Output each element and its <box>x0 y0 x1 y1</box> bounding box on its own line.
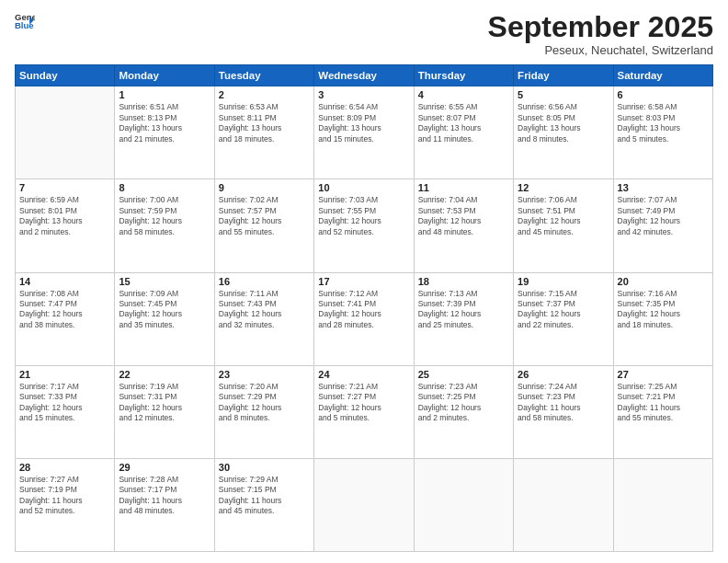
day-number: 22 <box>119 369 210 380</box>
day-detail: Sunrise: 7:21 AM Sunset: 7:27 PM Dayligh… <box>318 382 409 424</box>
day-detail: Sunrise: 7:09 AM Sunset: 7:45 PM Dayligh… <box>119 289 210 331</box>
day-detail: Sunrise: 7:16 AM Sunset: 7:35 PM Dayligh… <box>618 289 709 331</box>
day-number: 3 <box>318 89 409 100</box>
table-row <box>314 458 414 551</box>
calendar-header-row: Sunday Monday Tuesday Wednesday Thursday… <box>16 65 713 86</box>
day-number: 17 <box>318 276 409 287</box>
col-monday: Monday <box>115 65 214 86</box>
day-detail: Sunrise: 7:19 AM Sunset: 7:31 PM Dayligh… <box>119 382 210 424</box>
table-row: 9Sunrise: 7:02 AM Sunset: 7:57 PM Daylig… <box>214 179 313 272</box>
day-detail: Sunrise: 7:17 AM Sunset: 7:33 PM Dayligh… <box>19 382 110 424</box>
table-row <box>613 458 712 551</box>
day-detail: Sunrise: 7:04 AM Sunset: 7:53 PM Dayligh… <box>418 195 509 237</box>
day-detail: Sunrise: 7:12 AM Sunset: 7:41 PM Dayligh… <box>318 289 409 331</box>
day-number: 18 <box>418 276 509 287</box>
table-row: 16Sunrise: 7:11 AM Sunset: 7:43 PM Dayli… <box>214 272 313 365</box>
header: General Blue September 2025 Peseux, Neuc… <box>15 11 713 57</box>
day-number: 9 <box>219 182 310 193</box>
day-number: 12 <box>518 182 609 193</box>
day-detail: Sunrise: 7:03 AM Sunset: 7:55 PM Dayligh… <box>318 195 409 237</box>
day-detail: Sunrise: 7:29 AM Sunset: 7:15 PM Dayligh… <box>219 475 310 517</box>
calendar-week-row: 21Sunrise: 7:17 AM Sunset: 7:33 PM Dayli… <box>16 365 713 458</box>
logo: General Blue <box>15 11 37 31</box>
col-friday: Friday <box>514 65 613 86</box>
day-number: 4 <box>418 89 509 100</box>
day-detail: Sunrise: 6:59 AM Sunset: 8:01 PM Dayligh… <box>19 195 110 237</box>
day-number: 24 <box>318 369 409 380</box>
location: Peseux, Neuchatel, Switzerland <box>488 43 713 57</box>
col-thursday: Thursday <box>414 65 513 86</box>
day-number: 19 <box>518 276 609 287</box>
day-number: 27 <box>618 369 709 380</box>
col-tuesday: Tuesday <box>214 65 313 86</box>
day-detail: Sunrise: 7:06 AM Sunset: 7:51 PM Dayligh… <box>518 195 609 237</box>
day-number: 28 <box>19 462 110 473</box>
table-row: 22Sunrise: 7:19 AM Sunset: 7:31 PM Dayli… <box>115 365 214 458</box>
day-number: 13 <box>618 182 709 193</box>
day-detail: Sunrise: 7:08 AM Sunset: 7:47 PM Dayligh… <box>19 289 110 331</box>
logo-icon: General Blue <box>15 11 35 31</box>
calendar-week-row: 1Sunrise: 6:51 AM Sunset: 8:13 PM Daylig… <box>16 86 713 179</box>
table-row: 18Sunrise: 7:13 AM Sunset: 7:39 PM Dayli… <box>414 272 513 365</box>
table-row: 29Sunrise: 7:28 AM Sunset: 7:17 PM Dayli… <box>115 458 214 551</box>
day-detail: Sunrise: 7:28 AM Sunset: 7:17 PM Dayligh… <box>119 475 210 517</box>
calendar-table: Sunday Monday Tuesday Wednesday Thursday… <box>15 64 713 552</box>
table-row: 17Sunrise: 7:12 AM Sunset: 7:41 PM Dayli… <box>314 272 414 365</box>
day-number: 14 <box>19 276 110 287</box>
table-row <box>16 86 115 179</box>
table-row <box>414 458 513 551</box>
table-row: 15Sunrise: 7:09 AM Sunset: 7:45 PM Dayli… <box>115 272 214 365</box>
table-row: 3Sunrise: 6:54 AM Sunset: 8:09 PM Daylig… <box>314 86 414 179</box>
day-detail: Sunrise: 7:27 AM Sunset: 7:19 PM Dayligh… <box>19 475 110 517</box>
calendar-week-row: 7Sunrise: 6:59 AM Sunset: 8:01 PM Daylig… <box>16 179 713 272</box>
day-number: 29 <box>119 462 210 473</box>
day-number: 26 <box>518 369 609 380</box>
table-row: 11Sunrise: 7:04 AM Sunset: 7:53 PM Dayli… <box>414 179 513 272</box>
table-row: 8Sunrise: 7:00 AM Sunset: 7:59 PM Daylig… <box>115 179 214 272</box>
table-row: 6Sunrise: 6:58 AM Sunset: 8:03 PM Daylig… <box>613 86 712 179</box>
page: General Blue September 2025 Peseux, Neuc… <box>0 0 728 563</box>
day-detail: Sunrise: 7:15 AM Sunset: 7:37 PM Dayligh… <box>518 289 609 331</box>
day-number: 1 <box>119 89 210 100</box>
day-number: 7 <box>19 182 110 193</box>
day-number: 6 <box>618 89 709 100</box>
month-title: September 2025 <box>488 11 713 43</box>
day-detail: Sunrise: 7:20 AM Sunset: 7:29 PM Dayligh… <box>219 382 310 424</box>
table-row: 1Sunrise: 6:51 AM Sunset: 8:13 PM Daylig… <box>115 86 214 179</box>
day-detail: Sunrise: 6:58 AM Sunset: 8:03 PM Dayligh… <box>618 102 709 144</box>
day-number: 21 <box>19 369 110 380</box>
day-detail: Sunrise: 6:55 AM Sunset: 8:07 PM Dayligh… <box>418 102 509 144</box>
day-number: 11 <box>418 182 509 193</box>
table-row: 30Sunrise: 7:29 AM Sunset: 7:15 PM Dayli… <box>214 458 313 551</box>
table-row: 5Sunrise: 6:56 AM Sunset: 8:05 PM Daylig… <box>514 86 613 179</box>
col-wednesday: Wednesday <box>314 65 414 86</box>
table-row: 2Sunrise: 6:53 AM Sunset: 8:11 PM Daylig… <box>214 86 313 179</box>
table-row: 24Sunrise: 7:21 AM Sunset: 7:27 PM Dayli… <box>314 365 414 458</box>
table-row: 26Sunrise: 7:24 AM Sunset: 7:23 PM Dayli… <box>514 365 613 458</box>
day-detail: Sunrise: 7:23 AM Sunset: 7:25 PM Dayligh… <box>418 382 509 424</box>
day-number: 25 <box>418 369 509 380</box>
calendar-week-row: 28Sunrise: 7:27 AM Sunset: 7:19 PM Dayli… <box>16 458 713 551</box>
day-number: 8 <box>119 182 210 193</box>
day-detail: Sunrise: 7:24 AM Sunset: 7:23 PM Dayligh… <box>518 382 609 424</box>
day-number: 16 <box>219 276 310 287</box>
table-row: 12Sunrise: 7:06 AM Sunset: 7:51 PM Dayli… <box>514 179 613 272</box>
day-detail: Sunrise: 7:07 AM Sunset: 7:49 PM Dayligh… <box>618 195 709 237</box>
day-detail: Sunrise: 7:11 AM Sunset: 7:43 PM Dayligh… <box>219 289 310 331</box>
table-row: 13Sunrise: 7:07 AM Sunset: 7:49 PM Dayli… <box>613 179 712 272</box>
table-row: 10Sunrise: 7:03 AM Sunset: 7:55 PM Dayli… <box>314 179 414 272</box>
table-row: 27Sunrise: 7:25 AM Sunset: 7:21 PM Dayli… <box>613 365 712 458</box>
day-detail: Sunrise: 6:51 AM Sunset: 8:13 PM Dayligh… <box>119 102 210 144</box>
title-area: September 2025 Peseux, Neuchatel, Switze… <box>488 11 713 57</box>
table-row: 19Sunrise: 7:15 AM Sunset: 7:37 PM Dayli… <box>514 272 613 365</box>
day-number: 2 <box>219 89 310 100</box>
day-number: 5 <box>518 89 609 100</box>
day-number: 30 <box>219 462 310 473</box>
table-row: 25Sunrise: 7:23 AM Sunset: 7:25 PM Dayli… <box>414 365 513 458</box>
calendar-week-row: 14Sunrise: 7:08 AM Sunset: 7:47 PM Dayli… <box>16 272 713 365</box>
day-detail: Sunrise: 6:54 AM Sunset: 8:09 PM Dayligh… <box>318 102 409 144</box>
day-detail: Sunrise: 6:56 AM Sunset: 8:05 PM Dayligh… <box>518 102 609 144</box>
col-saturday: Saturday <box>613 65 712 86</box>
table-row: 7Sunrise: 6:59 AM Sunset: 8:01 PM Daylig… <box>16 179 115 272</box>
day-number: 23 <box>219 369 310 380</box>
